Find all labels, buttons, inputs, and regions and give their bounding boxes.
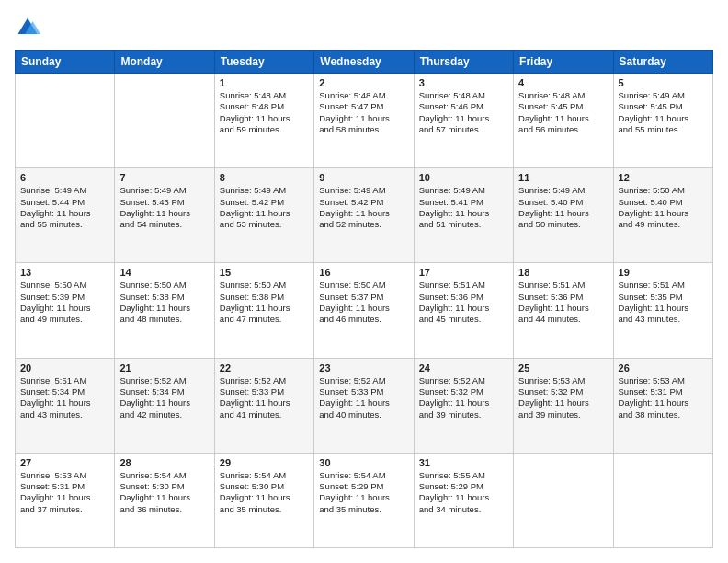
- day-number: 24: [419, 362, 508, 373]
- cell-info-line: Daylight: 11 hours: [119, 492, 209, 503]
- day-number: 13: [20, 267, 109, 278]
- cell-info-line: Sunrise: 5:50 AM: [220, 280, 309, 291]
- cell-info-line: Daylight: 11 hours: [518, 397, 608, 408]
- calendar-cell: 18Sunrise: 5:51 AMSunset: 5:36 PMDayligh…: [514, 263, 613, 358]
- cell-info-line: Sunrise: 5:53 AM: [619, 375, 708, 386]
- cell-info-line: and 39 minutes.: [419, 409, 508, 420]
- day-number: 23: [319, 362, 408, 373]
- cell-info-line: Daylight: 11 hours: [220, 492, 309, 503]
- cell-info-line: Sunrise: 5:53 AM: [20, 470, 109, 481]
- calendar-cell: [514, 453, 613, 547]
- cell-info-line: Sunset: 5:33 PM: [220, 386, 309, 397]
- calendar-cell: 7Sunrise: 5:49 AMSunset: 5:43 PMDaylight…: [115, 168, 214, 263]
- cell-info-line: and 37 minutes.: [20, 504, 109, 515]
- cell-info-line: and 35 minutes.: [319, 504, 408, 515]
- calendar-cell: 11Sunrise: 5:49 AMSunset: 5:40 PMDayligh…: [514, 168, 613, 263]
- cell-info-line: Sunrise: 5:51 AM: [419, 280, 508, 291]
- calendar-cell: [613, 453, 712, 547]
- calendar-cell: 1Sunrise: 5:48 AMSunset: 5:48 PMDaylight…: [214, 74, 313, 168]
- cell-info-line: and 46 minutes.: [319, 314, 408, 325]
- calendar-cell: 28Sunrise: 5:54 AMSunset: 5:30 PMDayligh…: [115, 453, 214, 547]
- day-number: 2: [319, 77, 408, 88]
- calendar-week-row: 6Sunrise: 5:49 AMSunset: 5:44 PMDaylight…: [16, 168, 713, 263]
- day-number: 26: [619, 362, 708, 373]
- cell-info-line: Daylight: 11 hours: [619, 303, 708, 314]
- cell-info-line: Sunrise: 5:49 AM: [619, 90, 708, 101]
- calendar-cell: 29Sunrise: 5:54 AMSunset: 5:30 PMDayligh…: [214, 453, 313, 547]
- day-number: 16: [319, 267, 408, 278]
- logo-icon: [15, 15, 40, 40]
- cell-info-line: and 43 minutes.: [20, 409, 109, 420]
- cell-info-line: Sunrise: 5:54 AM: [220, 470, 309, 481]
- day-number: 19: [619, 267, 708, 278]
- cell-info-line: Sunrise: 5:50 AM: [119, 280, 209, 291]
- cell-info-line: Sunset: 5:35 PM: [619, 292, 708, 303]
- day-number: 27: [20, 457, 109, 468]
- cell-info-line: Sunset: 5:41 PM: [419, 197, 508, 208]
- cell-info-line: Sunset: 5:45 PM: [518, 101, 608, 112]
- cell-info-line: Daylight: 11 hours: [518, 303, 608, 314]
- cell-info-line: Sunrise: 5:50 AM: [20, 280, 109, 291]
- cell-info-line: and 35 minutes.: [220, 504, 309, 515]
- calendar-cell: 26Sunrise: 5:53 AMSunset: 5:31 PMDayligh…: [613, 358, 712, 453]
- weekday-header: Saturday: [613, 51, 712, 74]
- cell-info-line: Daylight: 11 hours: [220, 208, 309, 219]
- cell-info-line: Sunset: 5:29 PM: [419, 481, 508, 492]
- day-number: 22: [220, 362, 309, 373]
- cell-info-line: Sunset: 5:32 PM: [419, 386, 508, 397]
- calendar-week-row: 20Sunrise: 5:51 AMSunset: 5:34 PMDayligh…: [16, 358, 713, 453]
- cell-info-line: Daylight: 11 hours: [119, 303, 209, 314]
- calendar-cell: [16, 74, 115, 168]
- day-number: 31: [419, 457, 508, 468]
- day-number: 8: [220, 172, 309, 183]
- cell-info-line: Daylight: 11 hours: [619, 208, 708, 219]
- cell-info-line: and 56 minutes.: [518, 124, 608, 135]
- cell-info-line: Daylight: 11 hours: [319, 303, 408, 314]
- calendar-cell: 24Sunrise: 5:52 AMSunset: 5:32 PMDayligh…: [414, 358, 513, 453]
- calendar-header: SundayMondayTuesdayWednesdayThursdayFrid…: [16, 51, 713, 74]
- cell-info-line: Sunrise: 5:53 AM: [518, 375, 608, 386]
- header: [15, 15, 713, 40]
- cell-info-line: Daylight: 11 hours: [220, 303, 309, 314]
- cell-info-line: Sunrise: 5:48 AM: [419, 90, 508, 101]
- calendar-cell: 23Sunrise: 5:52 AMSunset: 5:33 PMDayligh…: [314, 358, 414, 453]
- cell-info-line: Sunset: 5:40 PM: [619, 197, 708, 208]
- calendar-cell: 22Sunrise: 5:52 AMSunset: 5:33 PMDayligh…: [214, 358, 313, 453]
- calendar-cell: 25Sunrise: 5:53 AMSunset: 5:32 PMDayligh…: [514, 358, 613, 453]
- cell-info-line: Daylight: 11 hours: [20, 492, 109, 503]
- cell-info-line: Sunset: 5:45 PM: [619, 101, 708, 112]
- cell-info-line: Sunset: 5:40 PM: [518, 197, 608, 208]
- calendar-week-row: 13Sunrise: 5:50 AMSunset: 5:39 PMDayligh…: [16, 263, 713, 358]
- cell-info-line: Daylight: 11 hours: [319, 113, 408, 124]
- cell-info-line: and 47 minutes.: [220, 314, 309, 325]
- day-number: 30: [319, 457, 408, 468]
- cell-info-line: Sunset: 5:36 PM: [419, 292, 508, 303]
- calendar-cell: 17Sunrise: 5:51 AMSunset: 5:36 PMDayligh…: [414, 263, 513, 358]
- day-number: 7: [119, 172, 209, 183]
- cell-info-line: Sunrise: 5:51 AM: [619, 280, 708, 291]
- day-number: 3: [419, 77, 508, 88]
- cell-info-line: Sunrise: 5:48 AM: [518, 90, 608, 101]
- cell-info-line: Sunset: 5:30 PM: [119, 481, 209, 492]
- cell-info-line: Sunset: 5:34 PM: [119, 386, 209, 397]
- cell-info-line: Sunrise: 5:49 AM: [319, 185, 408, 196]
- cell-info-line: Sunset: 5:29 PM: [319, 481, 408, 492]
- cell-info-line: Sunset: 5:39 PM: [20, 292, 109, 303]
- calendar-week-row: 27Sunrise: 5:53 AMSunset: 5:31 PMDayligh…: [16, 453, 713, 547]
- cell-info-line: and 55 minutes.: [619, 124, 708, 135]
- calendar-cell: 19Sunrise: 5:51 AMSunset: 5:35 PMDayligh…: [613, 263, 712, 358]
- cell-info-line: Daylight: 11 hours: [220, 397, 309, 408]
- cell-info-line: and 41 minutes.: [220, 409, 309, 420]
- day-number: 5: [619, 77, 708, 88]
- cell-info-line: Daylight: 11 hours: [119, 208, 209, 219]
- cell-info-line: Sunset: 5:36 PM: [518, 292, 608, 303]
- cell-info-line: Sunset: 5:48 PM: [220, 101, 309, 112]
- weekday-row: SundayMondayTuesdayWednesdayThursdayFrid…: [16, 51, 713, 74]
- cell-info-line: and 45 minutes.: [419, 314, 508, 325]
- cell-info-line: Sunset: 5:43 PM: [119, 197, 209, 208]
- calendar-body: 1Sunrise: 5:48 AMSunset: 5:48 PMDaylight…: [16, 74, 713, 548]
- cell-info-line: Daylight: 11 hours: [619, 397, 708, 408]
- cell-info-line: Daylight: 11 hours: [20, 208, 109, 219]
- day-number: 1: [220, 77, 309, 88]
- cell-info-line: Sunrise: 5:51 AM: [20, 375, 109, 386]
